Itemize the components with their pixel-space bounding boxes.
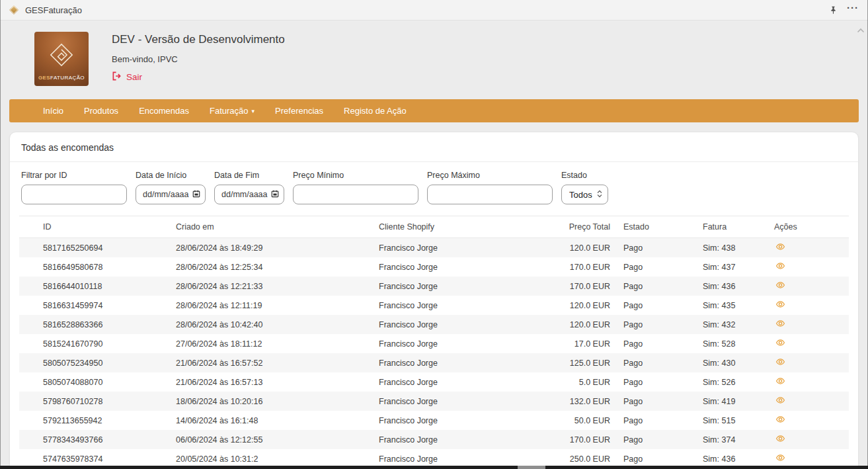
view-order-button[interactable] xyxy=(774,377,787,387)
logout-icon xyxy=(112,71,122,83)
order-total: 125.0 EUR xyxy=(544,353,617,372)
table-row: 580507408807021/06/2024 às 16:57:13Franc… xyxy=(19,372,849,392)
eye-icon xyxy=(775,281,785,291)
logout-link[interactable]: Sair xyxy=(112,71,142,83)
view-order-button[interactable] xyxy=(774,262,787,272)
order-created-at: 28/06/2024 às 12:21:33 xyxy=(169,277,372,296)
filter-date-start-input[interactable]: dd/mm/aaaa xyxy=(136,185,206,204)
filter-price-min-label: Preço Mínimo xyxy=(293,171,418,180)
view-order-button[interactable] xyxy=(774,435,787,445)
window-titlebar: GESFaturação ··· xyxy=(0,0,868,21)
order-client: Francisco Jorge xyxy=(372,296,544,315)
eye-icon xyxy=(775,320,785,329)
order-client: Francisco Jorge xyxy=(372,430,544,449)
order-actions xyxy=(768,430,849,449)
estado-selected-value: Todos xyxy=(569,190,592,200)
filter-date-end-label: Data de Fim xyxy=(214,171,284,180)
order-actions xyxy=(768,334,849,353)
nav-item-produtos[interactable]: Produtos xyxy=(84,106,118,116)
order-invoice: Sim: 438 xyxy=(696,238,768,258)
table-row: 581663145997428/06/2024 às 12:11:19Franc… xyxy=(19,296,849,315)
filter-id-input[interactable] xyxy=(21,185,127,204)
view-order-button[interactable] xyxy=(774,358,787,368)
table-row: 581664958067828/06/2024 às 12:25:34Franc… xyxy=(19,257,849,277)
order-id: 5816528863366 xyxy=(19,315,169,334)
nav-item-faturacao[interactable]: Faturação▾ xyxy=(210,106,255,116)
eye-icon xyxy=(775,415,785,425)
scroll-up-icon[interactable] xyxy=(857,24,865,36)
filter-price-max-input[interactable] xyxy=(427,185,553,204)
table-row: 580507523495021/06/2024 às 16:57:52Franc… xyxy=(19,353,849,372)
pin-icon[interactable] xyxy=(829,6,838,15)
order-actions xyxy=(768,353,849,372)
order-client: Francisco Jorge xyxy=(372,353,544,372)
order-created-at: 06/06/2024 às 12:12:55 xyxy=(169,430,372,449)
nav-item-preferencias[interactable]: Preferencias xyxy=(275,106,323,116)
view-order-button[interactable] xyxy=(774,339,787,349)
horizontal-scrollbar-thumb[interactable] xyxy=(518,466,545,469)
nav-item-encomendas[interactable]: Encomendas xyxy=(139,106,189,116)
filter-date-end-input[interactable]: dd/mm/aaaa xyxy=(214,185,284,204)
order-client: Francisco Jorge xyxy=(372,277,544,296)
orders-table: IDCriado emCliente ShopifyPreço TotalEst… xyxy=(19,216,849,469)
eye-icon xyxy=(775,243,785,253)
eye-icon xyxy=(775,262,785,272)
table-row: 581524167079027/06/2024 às 18:11:12Franc… xyxy=(19,334,849,353)
order-invoice: Sim: 374 xyxy=(696,430,768,449)
table-header-row: IDCriado emCliente ShopifyPreço TotalEst… xyxy=(19,216,849,238)
table-row: 579211365594214/06/2024 às 16:1:48Franci… xyxy=(19,411,849,430)
view-order-button[interactable] xyxy=(774,415,787,425)
order-state: Pago xyxy=(617,430,696,449)
calendar-icon[interactable] xyxy=(192,190,200,200)
order-created-at: 28/06/2024 às 12:11:19 xyxy=(169,296,372,315)
filters-bar: Filtrar por ID Data de Início dd/mm/aaaa… xyxy=(10,162,858,216)
order-invoice: Sim: 435 xyxy=(696,296,768,315)
order-state: Pago xyxy=(617,315,696,334)
view-order-button[interactable] xyxy=(774,243,787,253)
order-state: Pago xyxy=(617,334,696,353)
nav-item-inicio[interactable]: Início xyxy=(43,106,63,116)
table-row: 577834349376606/06/2024 às 12:12:55Franc… xyxy=(19,430,849,449)
calendar-icon[interactable] xyxy=(271,190,279,200)
order-created-at: 27/06/2024 às 18:11:12 xyxy=(169,334,372,353)
order-created-at: 14/06/2024 às 16:1:48 xyxy=(169,411,372,430)
order-total: 170.0 EUR xyxy=(544,277,617,296)
logo-wordmark: GESFATURAÇÃO xyxy=(38,75,85,81)
view-order-button[interactable] xyxy=(774,300,787,310)
view-order-button[interactable] xyxy=(774,281,787,291)
view-order-button[interactable] xyxy=(774,396,787,406)
eye-icon xyxy=(775,435,785,445)
filter-price-min-input[interactable] xyxy=(293,185,418,204)
view-order-button[interactable] xyxy=(774,454,787,464)
order-client: Francisco Jorge xyxy=(372,257,544,277)
order-invoice: Sim: 526 xyxy=(696,372,768,392)
table-row: 581664401011828/06/2024 às 12:21:33Franc… xyxy=(19,277,849,296)
page-title: DEV - Versão de Desenvolvimento xyxy=(112,33,285,46)
view-order-button[interactable] xyxy=(774,320,787,329)
column-header-id: ID xyxy=(19,216,169,238)
order-id: 5816649580678 xyxy=(19,257,169,277)
select-chevrons-icon xyxy=(597,190,602,200)
order-created-at: 21/06/2024 às 16:57:13 xyxy=(169,372,372,392)
order-created-at: 18/06/2024 às 10:20:16 xyxy=(169,392,372,411)
order-state: Pago xyxy=(617,257,696,277)
column-header-cliente-shopify: Cliente Shopify xyxy=(372,216,544,238)
column-header-criado-em: Criado em xyxy=(169,216,372,238)
order-actions xyxy=(768,411,849,430)
window-bottom-edge xyxy=(0,466,868,469)
order-actions xyxy=(768,257,849,277)
order-created-at: 28/06/2024 às 12:25:34 xyxy=(169,257,372,277)
more-actions-icon[interactable]: ··· xyxy=(847,8,859,12)
order-actions xyxy=(768,392,849,411)
order-invoice: Sim: 528 xyxy=(696,334,768,353)
order-state: Pago xyxy=(617,296,696,315)
order-actions xyxy=(768,238,849,258)
table-row: 581652886336628/06/2024 às 10:42:40Franc… xyxy=(19,315,849,334)
order-state: Pago xyxy=(617,277,696,296)
order-invoice: Sim: 432 xyxy=(696,315,768,334)
order-client: Francisco Jorge xyxy=(372,372,544,392)
logo-diamond-icon xyxy=(48,41,75,71)
estado-select[interactable]: Todos xyxy=(561,185,608,204)
filter-id-label: Filtrar por ID xyxy=(21,171,127,180)
nav-item-registo-de-acao[interactable]: Registo de Ação xyxy=(344,106,407,116)
